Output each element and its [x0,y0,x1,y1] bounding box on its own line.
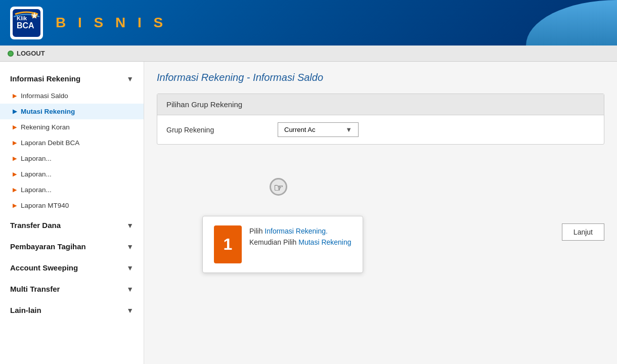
lanjut-button[interactable]: Lanjut [562,223,604,241]
sidebar-item-label: Laporan... [21,186,52,194]
chevron-down-icon: ▼ [345,126,352,133]
tooltip-line-1: Pilih Informasi Rekening. [249,225,351,237]
sidebar-section-pembayaran-tagihan: Pembayaran Tagihan ▼ [0,237,144,256]
tooltip-line1-prefix: Pilih [249,227,265,235]
logo-area: Klik BCA B I S N I S [10,7,167,39]
sidebar-header-multi-transfer[interactable]: Multi Transfer ▼ [0,280,144,298]
sidebar-section-informasi-rekening: Informasi Rekening ▼ ▶ Informasi Saldo ▶… [0,69,144,213]
sidebar-item-label: Laporan MT940 [21,202,69,209]
arrow-icon: ▶ [13,124,17,130]
logout-status-dot [8,51,14,57]
step-number: 1 [214,225,242,263]
sidebar-item-label: Laporan... [21,170,52,178]
chevron-down-icon: ▼ [126,243,134,251]
cursor-hand-icon: ☞ [274,181,284,195]
sidebar-header-pembayaran-tagihan[interactable]: Pembayaran Tagihan ▼ [0,237,144,256]
sidebar-section-label: Pembayaran Tagihan [10,242,86,251]
sidebar-item-laporan-2[interactable]: ▶ Laporan... [0,166,144,182]
header-wave [465,0,617,46]
sidebar-section-label: Account Sweeping [10,263,78,272]
arrow-icon: ▶ [13,155,17,162]
tooltip-text: Pilih Informasi Rekening. Kemudian Pilih… [249,225,351,248]
sidebar-item-informasi-saldo[interactable]: ▶ Informasi Saldo [0,88,144,104]
logout-button[interactable]: LOGOUT [8,50,45,57]
sidebar-item-label: Informasi Saldo [21,92,68,100]
tooltip-line-2: Kemudian Pilih Mutasi Rekening [249,237,351,248]
page-title: Informasi Rekening - Informasi Saldo [157,72,604,83]
tooltip-line2-link: Mutasi Rekening [298,238,351,246]
tooltip-line2-prefix: Kemudian Pilih [249,238,298,246]
sidebar-section-label: Informasi Rekening [10,74,80,83]
sidebar-section-transfer-dana: Transfer Dana ▼ [0,216,144,235]
sidebar-item-label: Mutasi Rekening [21,108,75,115]
sidebar-item-laporan-mt940[interactable]: ▶ Laporan MT940 [0,198,144,213]
sidebar: Informasi Rekening ▼ ▶ Informasi Saldo ▶… [0,62,144,364]
logout-label: LOGOUT [17,50,45,57]
sidebar-item-laporan-3[interactable]: ▶ Laporan... [0,182,144,198]
chevron-down-icon: ▼ [126,221,134,230]
arrow-icon: ▶ [13,187,17,193]
bisnis-label: B I S N I S [56,15,167,31]
sidebar-section-account-sweeping: Account Sweeping ▼ [0,258,144,277]
chevron-down-icon: ▼ [126,264,134,272]
app-header: Klik BCA B I S N I S [0,0,617,46]
sidebar-header-transfer-dana[interactable]: Transfer Dana ▼ [0,216,144,235]
bca-logo-svg: Klik BCA [13,9,40,37]
main-layout: Informasi Rekening ▼ ▶ Informasi Saldo ▶… [0,62,617,364]
tooltip-line1-link: Informasi Rekening. [265,227,328,235]
sidebar-item-label: Laporan Debit BCA [21,139,79,147]
sidebar-header-informasi-rekening[interactable]: Informasi Rekening ▼ [0,69,144,88]
sidebar-header-account-sweeping[interactable]: Account Sweeping ▼ [0,258,144,277]
chevron-down-icon: ▼ [126,285,134,293]
sidebar-item-rekening-koran[interactable]: ▶ Rekening Koran [0,119,144,135]
sidebar-item-label: Rekening Koran [21,123,70,131]
sidebar-section-label: Transfer Dana [10,221,61,230]
sidebar-item-laporan-1[interactable]: ▶ Laporan... [0,151,144,166]
sidebar-section-multi-transfer: Multi Transfer ▼ [0,280,144,298]
tooltip-popup: 1 Pilih Informasi Rekening. Kemudian Pil… [202,216,363,273]
logout-bar: LOGOUT [0,46,617,62]
arrow-icon: ▶ [13,93,17,99]
chevron-down-icon: ▼ [126,306,134,314]
svg-text:BCA: BCA [17,21,34,30]
sidebar-item-label: Laporan... [21,155,52,162]
pilihan-grup-rekening-card: Pilihan Grup Rekening Grup Rekening Curr… [157,94,604,145]
card-row-grup-rekening: Grup Rekening Current Ac ▼ [157,115,604,144]
dropdown-value: Current Ac [284,126,315,133]
sidebar-item-laporan-debit-bca[interactable]: ▶ Laporan Debit BCA [0,135,144,151]
sidebar-section-label: Lain-lain [10,306,41,314]
arrow-icon: ▶ [13,171,17,177]
grup-rekening-label: Grup Rekening [166,126,268,134]
chevron-down-icon: ▼ [126,75,134,83]
card-header: Pilihan Grup Rekening [157,94,604,115]
sidebar-header-lain-lain[interactable]: Lain-lain ▼ [0,301,144,320]
svg-text:Klik: Klik [17,15,27,21]
arrow-icon: ▶ [13,140,17,146]
sidebar-section-label: Multi Transfer [10,285,60,293]
sidebar-item-mutasi-rekening[interactable]: ▶ Mutasi Rekening [0,104,144,119]
logo-box: Klik BCA [10,7,43,39]
cursor-indicator: ☞ [270,178,287,196]
content-area: Informasi Rekening - Informasi Saldo Pil… [144,62,617,364]
sidebar-section-lain-lain: Lain-lain ▼ [0,301,144,320]
arrow-icon-active: ▶ [13,108,17,115]
grup-rekening-dropdown[interactable]: Current Ac ▼ [278,122,359,137]
arrow-icon: ▶ [13,202,17,209]
